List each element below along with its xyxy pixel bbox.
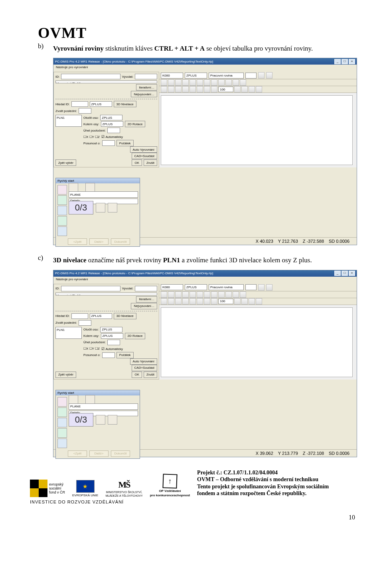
toolbar-icon[interactable] — [197, 86, 203, 92]
vyvolat-select[interactable] — [135, 286, 157, 291]
nivelace-button[interactable]: 3D Nivelace — [114, 101, 136, 107]
dalsi-qs-button[interactable]: Další> — [89, 450, 109, 457]
toolbar-icon[interactable] — [161, 298, 167, 305]
zrusit-button[interactable]: Zrušit — [144, 159, 157, 166]
steps-listbox[interactable]: Vyrovnání ID=A1 Vyvolej vyrovnání ID=STA… — [55, 81, 157, 83]
zoom-select[interactable]: 100 — [218, 87, 233, 92]
qs-icon[interactable] — [57, 195, 67, 205]
qs-icon[interactable] — [57, 216, 67, 226]
toolbar-icon[interactable] — [175, 298, 182, 305]
toolbar-icon[interactable] — [161, 86, 167, 92]
dokoncit-qs-button[interactable]: Dokončit — [111, 238, 130, 245]
auto-vyrovnani-button[interactable]: Auto Vyrovnání — [130, 146, 157, 153]
qs-tool-icon[interactable] — [96, 415, 105, 425]
toolbar-icon[interactable] — [234, 298, 241, 305]
cad-button[interactable]: CAD=Součást — [132, 153, 157, 159]
rotace-button[interactable]: 2D Rotace — [125, 121, 146, 127]
posunout-input[interactable] — [102, 352, 115, 358]
toolbar-icon[interactable] — [225, 79, 232, 86]
zvolit-input[interactable] — [79, 320, 91, 326]
toolbar-icon[interactable] — [204, 86, 210, 92]
toolbar-icon[interactable] — [197, 79, 203, 86]
qs-tool-icon[interactable] — [108, 203, 117, 212]
k-select[interactable]: K080 — [161, 73, 183, 79]
auto-vyrovnani-button[interactable]: Auto Vyrovnání — [130, 358, 157, 365]
otocit-select[interactable]: ZPLUS — [100, 115, 122, 120]
qs-icon[interactable] — [57, 226, 67, 236]
zpet-button[interactable]: Zpět výběr — [55, 372, 76, 378]
qs-icon[interactable] — [57, 407, 67, 417]
zpet-qs-button[interactable]: <Zpět — [68, 238, 87, 245]
kolem-select[interactable]: ZPLUS — [101, 333, 123, 339]
id-input[interactable] — [61, 286, 120, 291]
toolbar-icon[interactable] — [241, 86, 248, 92]
k-select[interactable]: K080 — [161, 284, 183, 290]
ok-button[interactable]: OK — [132, 372, 142, 378]
toolbar-icon[interactable] — [175, 86, 182, 92]
automaticky-check[interactable]: Automaticky — [101, 135, 123, 139]
toolbar-icon[interactable] — [161, 291, 167, 298]
toolbar-icon[interactable] — [211, 298, 217, 305]
minimize-icon[interactable]: _ — [334, 59, 341, 64]
toolbar-icon[interactable] — [240, 79, 246, 86]
wcs-select[interactable]: ZPLUS — [185, 73, 207, 79]
toolbar-icon[interactable] — [190, 291, 196, 298]
toolbar-icon[interactable] — [204, 79, 210, 86]
toolbar-icon[interactable] — [256, 86, 262, 92]
zoom-select[interactable]: 100 — [218, 299, 233, 304]
toolbar-icon[interactable] — [249, 86, 255, 92]
toolbar-icon[interactable] — [211, 86, 217, 92]
nejvysovani-button[interactable]: Nejvysování… — [131, 303, 157, 309]
toolbar-icon[interactable] — [211, 291, 217, 298]
toolbar-icon[interactable] — [182, 79, 189, 86]
otocit-select[interactable]: ZPLUS — [100, 327, 122, 332]
qs-icon[interactable] — [57, 418, 67, 427]
toolbar-icon[interactable] — [168, 291, 174, 298]
empty-select[interactable] — [245, 73, 257, 79]
qs-icon[interactable] — [57, 439, 67, 448]
kolem-select[interactable]: ZPLUS — [101, 121, 123, 127]
close-icon[interactable]: × — [349, 59, 355, 64]
toolbar-icon[interactable] — [182, 298, 189, 305]
uhel-input[interactable] — [107, 128, 120, 133]
toolbar-icon[interactable] — [197, 298, 203, 305]
zrusit-button[interactable]: Zrušit — [144, 372, 157, 378]
toolbar-icon[interactable] — [256, 298, 262, 305]
iterativni-button[interactable]: Iterativní… — [136, 84, 157, 90]
toolbar-icon[interactable] — [168, 86, 174, 92]
toolbar-icon[interactable] — [161, 79, 167, 86]
toolbar-icon[interactable] — [197, 291, 203, 298]
cs-select[interactable]: Pracovní rovina — [209, 284, 244, 290]
close-icon[interactable]: × — [349, 271, 355, 276]
toolbar-icon[interactable] — [240, 291, 246, 298]
element-list[interactable]: PLN1 — [55, 115, 82, 127]
empty-select[interactable] — [245, 284, 257, 290]
hledat-id-input[interactable] — [71, 101, 88, 107]
toolbar-icon[interactable] — [190, 298, 196, 305]
iterativni-button[interactable]: Iterativní… — [136, 296, 157, 303]
steps-listbox[interactable]: Vyrovnání ID=A1 Vyvolej vyrovnání ID=STA… — [55, 293, 157, 295]
toolbar-icon[interactable] — [168, 79, 174, 86]
minimize-icon[interactable]: _ — [334, 271, 341, 276]
toolbar-icon[interactable] — [182, 86, 189, 92]
maximize-icon[interactable]: □ — [342, 271, 348, 276]
posunout-input[interactable] — [102, 140, 115, 146]
plane-select[interactable]: PLANE — [69, 403, 138, 410]
qs-tool-icon[interactable] — [96, 203, 105, 212]
toolbar-icon[interactable] — [225, 291, 232, 298]
toolbar-icon[interactable] — [182, 291, 189, 298]
toolbar-icon[interactable] — [204, 298, 210, 305]
toolbar-icon[interactable] — [233, 79, 239, 86]
zpet-button[interactable]: Zpět výběr — [55, 159, 76, 166]
toolbar-icon[interactable] — [175, 291, 182, 298]
toolbar-icon[interactable] — [218, 79, 225, 86]
uhel-input[interactable] — [107, 340, 120, 345]
toolbar-icon[interactable] — [218, 291, 225, 298]
toolbar-icon[interactable] — [190, 86, 196, 92]
nivelace-button[interactable]: 3D Nivelace — [114, 313, 136, 319]
qs-icon[interactable] — [57, 397, 67, 407]
toolbar-icon[interactable] — [211, 79, 217, 86]
toolbar-icon[interactable] — [266, 72, 272, 79]
toolbar-icon[interactable] — [204, 291, 210, 298]
toolbar-icon[interactable] — [266, 284, 272, 291]
